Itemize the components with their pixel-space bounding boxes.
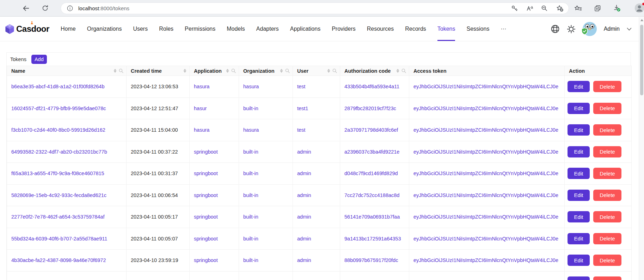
access-token-link[interactable]: eyJhbGciOiJSUzI1NiIsImtpZCI6ImNlcnQtYnVp… (413, 171, 558, 176)
organization-link[interactable]: built-in (243, 192, 258, 198)
delete-button[interactable]: Delete (593, 276, 621, 280)
delete-button[interactable]: Delete (593, 124, 621, 136)
edit-button[interactable]: Edit (568, 255, 590, 266)
column-header-application[interactable]: Application (190, 66, 239, 76)
application-link[interactable]: hasura (194, 84, 209, 89)
search-icon[interactable] (119, 68, 123, 73)
authorization-code-link[interactable]: 88b0997b675917f20fdc (344, 257, 398, 263)
back-icon[interactable] (20, 3, 31, 13)
search-icon[interactable] (285, 68, 290, 73)
token-name-link[interactable]: 5828069e-15eb-4c92-933c-fecda8ed621c (11, 192, 106, 198)
application-link[interactable]: springboot (194, 149, 218, 155)
authorization-code-link[interactable]: 2a370971798d403fc6ef (344, 127, 398, 133)
token-name-link[interactable]: f3cb1070-c2d4-40f0-8bc0-59919d26d162 (11, 127, 105, 133)
browser-profile-avatar[interactable] (634, 3, 644, 13)
edit-button[interactable]: Edit (568, 103, 590, 114)
address-bar[interactable]: localhost:8000/tokens (61, 2, 569, 14)
refresh-icon[interactable] (40, 3, 50, 13)
access-token-link[interactable]: eyJhbGciOiJSUzI1NiIsImtpZCI6ImNlcnQtYnVp… (413, 149, 558, 155)
user-link[interactable]: admin (297, 192, 311, 198)
nav-item-applications[interactable]: Applications (284, 17, 326, 41)
sort-icon[interactable] (396, 69, 399, 73)
user-link[interactable]: admin (297, 257, 311, 263)
token-name-link[interactable]: 55bd324a-6039-40f6-b707-2a55d78ae911 (11, 236, 107, 242)
organization-link[interactable]: built-in (243, 149, 258, 155)
user-link[interactable]: test1 (297, 106, 308, 111)
access-token-link[interactable]: eyJhbGciOiJSUzI1NiIsImtpZCI6ImNlcnQtYnVp… (413, 236, 558, 242)
edit-button[interactable]: Edit (568, 211, 590, 222)
column-header-created-time[interactable]: Created time (127, 66, 190, 76)
site-info-icon[interactable] (67, 5, 73, 12)
search-icon[interactable] (401, 68, 406, 73)
scroll-up-arrow-icon[interactable] (640, 19, 643, 21)
nav-item-permissions[interactable]: Permissions (179, 17, 221, 41)
column-header-name[interactable]: Name (7, 66, 127, 76)
authorization-code-link[interactable]: 2879fbc282019cf7f23c (344, 106, 396, 111)
delete-button[interactable]: Delete (593, 211, 621, 222)
delete-button[interactable]: Delete (593, 103, 621, 114)
organization-link[interactable]: hasura (243, 84, 259, 89)
organization-link[interactable]: built-in (243, 257, 258, 263)
nav-item-providers[interactable]: Providers (326, 17, 361, 41)
token-name-link[interactable]: 2277e0f2-7e78-462f-a654-3c53759784af (11, 214, 104, 220)
user-name[interactable]: Admin (604, 26, 620, 32)
delete-button[interactable]: Delete (593, 146, 621, 157)
application-link[interactable]: hasura (194, 127, 209, 133)
edit-button[interactable]: Edit (568, 190, 590, 201)
add-favorite-icon[interactable] (556, 5, 564, 12)
user-link[interactable]: admin (297, 171, 311, 176)
delete-button[interactable]: Delete (593, 168, 621, 179)
authorization-code-link[interactable]: a2396037c3ba4fd9221e (344, 149, 399, 155)
zoom-out-icon[interactable] (541, 5, 548, 12)
access-token-link[interactable]: eyJhbGciOiJSUzI1NiIsImtpZCI6ImNlcnQtYnVp… (413, 257, 558, 263)
token-name-link[interactable]: 64993582-2322-4df7-ab20-cb23201bc77b (11, 149, 107, 155)
chevron-down-icon[interactable] (627, 28, 632, 31)
read-aloud-icon[interactable] (526, 5, 533, 12)
nav-item-tokens[interactable]: Tokens (432, 17, 461, 41)
application-link[interactable]: springboot (194, 171, 218, 176)
column-header-authorization-code[interactable]: Authorization code (340, 66, 409, 76)
search-icon[interactable] (231, 68, 236, 73)
downloads-icon[interactable] (612, 3, 622, 13)
sort-icon[interactable] (327, 69, 330, 73)
user-avatar[interactable] (583, 22, 597, 36)
nav-item-home[interactable]: Home (55, 17, 81, 41)
organization-link[interactable]: built-in (243, 106, 258, 111)
add-button[interactable]: Add (31, 55, 47, 64)
favorites-icon[interactable] (573, 3, 583, 13)
token-name-link[interactable]: 16024557-df21-4779-bfb9-959e5dae078c (11, 106, 106, 111)
sort-icon[interactable] (114, 69, 117, 73)
access-token-link[interactable]: eyJhbGciOiJSUzI1NiIsImtpZCI6ImNlcnQtYnVp… (413, 214, 558, 220)
nav-item-models[interactable]: Models (221, 17, 251, 41)
edit-button[interactable]: Edit (568, 124, 590, 136)
nav-item-roles[interactable]: Roles (153, 17, 179, 41)
user-link[interactable]: admin (297, 236, 311, 242)
casdoor-logo[interactable]: Casdoor (5, 17, 49, 41)
organization-link[interactable]: built-in (243, 171, 258, 176)
search-icon[interactable] (332, 68, 337, 73)
nav-item-users[interactable]: Users (127, 17, 153, 41)
column-header-organization[interactable]: Organization (239, 66, 293, 76)
token-name-link[interactable]: 4b30acbe-fa22-4387-8098-9a46e70f6972 (11, 257, 106, 263)
access-token-link[interactable]: eyJhbGciOiJSUzI1NiIsImtpZCI6ImNlcnQtYnVp… (413, 106, 558, 111)
url-text[interactable]: localhost:8000/tokens (78, 5, 129, 11)
sort-icon[interactable] (280, 69, 283, 73)
delete-button[interactable]: Delete (593, 255, 621, 266)
nav-item-sessions[interactable]: Sessions (461, 17, 495, 41)
token-name-link[interactable]: f65a3813-a655-47f0-9c9a-f08ce4607815 (11, 171, 104, 176)
user-link[interactable]: admin (297, 149, 311, 155)
organization-link[interactable]: hasura (243, 127, 259, 133)
authorization-code-link[interactable]: 9a1413bc172591a64353 (344, 236, 401, 242)
collections-icon[interactable] (592, 3, 603, 13)
access-token-link[interactable]: eyJhbGciOiJSUzI1NiIsImtpZCI6ImNlcnQtYnVp… (413, 127, 558, 133)
edit-button[interactable]: Edit (568, 81, 590, 92)
application-link[interactable]: springboot (194, 192, 218, 198)
nav-item-records[interactable]: Records (399, 17, 432, 41)
edit-button[interactable]: Edit (568, 168, 590, 179)
application-link[interactable]: hasur (194, 106, 207, 111)
authorization-code-link[interactable]: 56141e709a06931b7faa (344, 214, 400, 220)
user-link[interactable]: admin (297, 214, 311, 220)
token-name-link[interactable]: b6ea3e35-abcf-41d8-a1a2-01f00fd8264b (11, 84, 104, 89)
nav-item-resources[interactable]: Resources (361, 17, 399, 41)
authorization-code-link[interactable]: 7cc27dc752cc4188ac8d (344, 192, 399, 198)
